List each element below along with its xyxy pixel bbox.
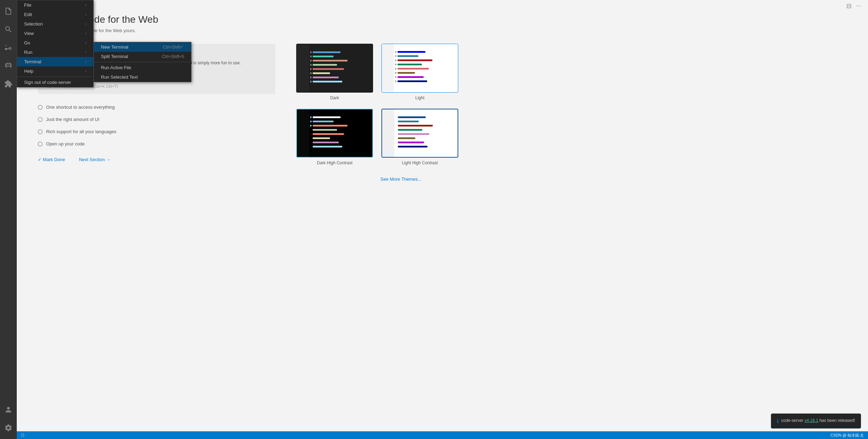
menu-item-file[interactable]: File ›: [17, 0, 93, 10]
notification-panel: ℹ code-server v4.16.1 has been released!: [771, 413, 861, 429]
menu-terminal-label: Terminal: [24, 59, 41, 64]
light-theme-preview[interactable]: Light: [381, 44, 458, 100]
svg-rect-43: [313, 137, 330, 139]
menu-item-edit[interactable]: Edit ›: [17, 10, 93, 19]
svg-rect-14: [310, 68, 312, 70]
welcome-heading: d with VS Code for the Web: [38, 14, 847, 25]
svg-rect-1: [297, 44, 309, 92]
menu-help-label: Help: [24, 69, 34, 74]
menu-run-label: Run: [24, 50, 32, 55]
menu-separator: [17, 77, 93, 77]
svg-rect-40: [313, 125, 348, 127]
svg-rect-39: [313, 121, 334, 122]
svg-rect-35: [395, 80, 396, 82]
theme-row-2: Dark High Contrast: [296, 109, 506, 165]
radio-option-2[interactable]: Just the right amount of UI: [38, 113, 275, 125]
source-control-icon[interactable]: [0, 39, 17, 56]
svg-rect-54: [398, 129, 422, 131]
menu-help-arrow: ›: [85, 69, 86, 73]
menu-selection-label: Selection: [24, 21, 43, 27]
split-editor-icon[interactable]: ⊟: [846, 2, 852, 10]
menu-view-label: View: [24, 31, 34, 36]
menu-go-arrow: ›: [85, 41, 86, 45]
menu-sign-out[interactable]: Sign out of code-server: [17, 78, 93, 87]
light-theme-label: Light: [415, 95, 424, 100]
radio-option-3[interactable]: Rich support for all your languages: [38, 125, 275, 138]
menu-item-selection[interactable]: Selection ›: [17, 19, 93, 29]
svg-rect-10: [310, 51, 312, 53]
top-right-icons: ⊟ ···: [846, 2, 861, 10]
svg-rect-5: [313, 64, 337, 66]
files-icon[interactable]: [0, 3, 17, 20]
mark-done-button[interactable]: ✓ Mark Done: [38, 157, 65, 162]
svg-rect-22: [397, 59, 432, 61]
svg-rect-55: [398, 133, 429, 135]
dark-hc-theme-label: Dark High Contrast: [317, 160, 352, 165]
svg-rect-32: [395, 68, 396, 70]
status-bar-text: ⎔: [21, 433, 24, 438]
next-section-button[interactable]: Next Section →: [79, 157, 110, 162]
accounts-icon[interactable]: [0, 401, 17, 418]
menu-item-run[interactable]: Run ›: [17, 48, 93, 57]
svg-rect-20: [397, 51, 425, 53]
svg-rect-58: [398, 146, 428, 147]
radio-option-4[interactable]: Open up your code: [38, 138, 275, 150]
svg-rect-11: [310, 56, 312, 57]
svg-rect-33: [395, 72, 396, 74]
svg-rect-8: [313, 77, 339, 78]
settings-icon[interactable]: [0, 419, 17, 436]
svg-rect-48: [310, 125, 312, 127]
svg-rect-38: [313, 116, 341, 118]
menu-item-view[interactable]: View ›: [17, 29, 93, 38]
main-menu: File › Edit › Selection › View › Go ›: [17, 0, 94, 87]
dark-theme-preview[interactable]: Dark: [296, 44, 373, 100]
light-hc-theme-thumbnail: [381, 109, 458, 158]
svg-rect-37: [297, 109, 309, 157]
radio-option-1[interactable]: One shortcut to access everything: [38, 101, 275, 113]
light-hc-theme-preview[interactable]: Light High Contrast: [381, 109, 458, 165]
menu-terminal-arrow: ›: [85, 60, 86, 64]
menu-item-go[interactable]: Go ›: [17, 38, 93, 48]
status-right-text: CSDN @·知冷搞·太: [830, 433, 864, 438]
notification-icon: ℹ: [777, 418, 779, 424]
activity-bar-top: [0, 3, 17, 401]
svg-rect-51: [398, 116, 426, 118]
svg-rect-29: [395, 55, 396, 57]
menu-view-arrow: ›: [85, 31, 86, 35]
notif-prefix: code-server: [781, 418, 805, 423]
welcome-subheading: tomizations to make VS Code for the Web …: [38, 28, 847, 33]
menu-selection-arrow: ›: [85, 22, 86, 26]
svg-rect-15: [310, 72, 312, 74]
more-actions-icon[interactable]: ···: [856, 2, 861, 10]
radio-label-1: One shortcut to access everything: [46, 105, 115, 110]
svg-rect-12: [310, 60, 312, 62]
menu-file-arrow: ›: [85, 3, 86, 7]
radio-label-2: Just the right amount of UI: [46, 117, 99, 122]
svg-rect-26: [397, 76, 424, 78]
svg-rect-46: [310, 116, 312, 118]
right-panel: Dark: [296, 44, 506, 185]
run-debug-icon[interactable]: [0, 57, 17, 74]
svg-rect-45: [313, 146, 342, 147]
svg-rect-23: [397, 64, 422, 65]
menu-item-terminal[interactable]: Terminal ›: [17, 57, 93, 66]
svg-rect-21: [397, 55, 418, 57]
svg-rect-50: [382, 109, 394, 157]
dark-theme-label: Dark: [330, 95, 339, 100]
light-hc-theme-label: Light High Contrast: [402, 160, 438, 165]
dark-hc-theme-thumbnail: [296, 109, 373, 158]
see-more-themes[interactable]: See More Themes...: [296, 174, 506, 185]
radio-label-3: Rich support for all your languages: [46, 129, 116, 134]
search-icon[interactable]: [0, 21, 17, 38]
svg-rect-6: [313, 68, 344, 70]
menu-file-label: File: [24, 2, 31, 8]
svg-rect-19: [382, 44, 394, 92]
svg-rect-13: [310, 64, 312, 66]
svg-rect-25: [397, 72, 415, 74]
theme-row-1: Dark: [296, 44, 506, 100]
menu-item-help[interactable]: Help ›: [17, 66, 93, 76]
dark-hc-theme-preview[interactable]: Dark High Contrast: [296, 109, 373, 165]
extensions-icon[interactable]: [0, 75, 17, 92]
svg-rect-24: [397, 68, 429, 70]
notif-version[interactable]: v4.16.1: [804, 418, 818, 423]
